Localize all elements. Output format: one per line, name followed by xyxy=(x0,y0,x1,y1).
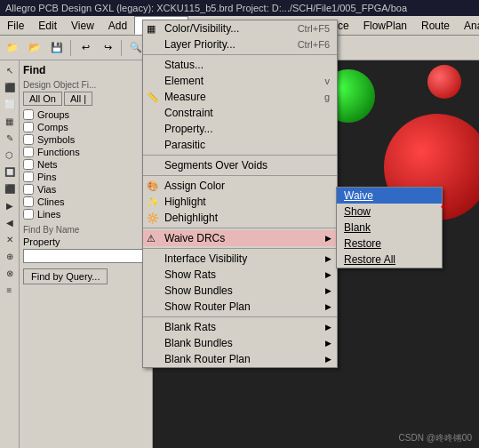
color-label: Color/Visibility... xyxy=(164,22,239,35)
layer-shortcut: Ctrl+F6 xyxy=(298,39,330,50)
checkbox-comps-label: Comps xyxy=(37,122,68,132)
toolbar-redo[interactable]: ↪ xyxy=(97,38,118,58)
display-menu-blank-rats[interactable]: Blank Rats xyxy=(143,319,337,335)
title-bar: Allegro PCB Design GXL (legacy): XCKU115… xyxy=(0,0,479,16)
checkbox-lines: Lines xyxy=(23,209,148,220)
sep3 xyxy=(143,175,337,176)
left-btn-11[interactable]: ✕ xyxy=(2,231,18,247)
waive-option-restore-all[interactable]: Restore All xyxy=(337,252,442,268)
display-menu-assign-color[interactable]: 🎨 Assign Color xyxy=(143,178,337,194)
toolbar-open[interactable]: 📂 xyxy=(24,38,45,58)
show-router-label: Show Router Plan xyxy=(164,300,251,313)
checkbox-clines-input[interactable] xyxy=(23,196,34,207)
display-menu-parasitic[interactable]: Parasitic xyxy=(143,137,337,153)
display-menu-blank-router[interactable]: Blank Router Plan xyxy=(143,351,337,367)
blank-rats-label: Blank Rats xyxy=(164,321,216,333)
menu-add[interactable]: Add xyxy=(101,16,134,35)
waive-drcs-label: Waive DRCs xyxy=(164,232,225,244)
left-btn-1[interactable]: ↖ xyxy=(2,62,18,78)
find-name-input[interactable] xyxy=(23,249,148,263)
checkbox-functions-input[interactable] xyxy=(23,147,34,157)
element-label: Element xyxy=(164,75,204,87)
checkbox-pins: Pins xyxy=(23,172,148,182)
waive-option-blank[interactable]: Blank xyxy=(337,220,442,236)
display-menu-dehighlight[interactable]: 🔆 Dehighlight xyxy=(143,210,337,226)
checkbox-symbols-input[interactable] xyxy=(23,134,34,145)
constraint-label: Constraint xyxy=(164,107,213,119)
find-query-button[interactable]: Find by Query... xyxy=(23,268,108,284)
left-btn-4[interactable]: ▦ xyxy=(2,113,18,129)
checkbox-comps-input[interactable] xyxy=(23,122,34,132)
checkbox-groups-input[interactable] xyxy=(23,109,34,120)
toolbar-save[interactable]: 💾 xyxy=(46,38,68,58)
waive-option-waive[interactable]: Waive xyxy=(337,188,442,204)
menu-view[interactable]: View xyxy=(64,16,101,35)
waive-submenu[interactable]: Waive Show Blank Restore Restore All xyxy=(336,187,443,268)
checkbox-groups: Groups xyxy=(23,109,148,120)
display-menu[interactable]: ▦ Color/Visibility... Ctrl+F5 Layer Prio… xyxy=(142,20,338,368)
display-menu-layer[interactable]: Layer Priority... Ctrl+F6 xyxy=(143,36,337,52)
left-btn-3[interactable]: ⬜ xyxy=(2,96,18,112)
checkbox-pins-label: Pins xyxy=(37,172,56,182)
left-btn-13[interactable]: ⊗ xyxy=(2,265,18,281)
find-all-off-button[interactable]: All | xyxy=(64,92,92,106)
display-menu-property[interactable]: Property... xyxy=(143,121,337,137)
waive-restore-all-label: Restore All xyxy=(344,253,395,266)
display-menu-element[interactable]: Element v xyxy=(143,73,337,89)
left-btn-14[interactable]: ≡ xyxy=(2,282,18,298)
display-menu-highlight[interactable]: ✨ Highlight xyxy=(143,194,337,210)
menu-edit[interactable]: Edit xyxy=(31,16,64,35)
element-shortcut: v xyxy=(325,76,331,86)
find-all-on-button[interactable]: All On xyxy=(23,92,62,106)
left-btn-7[interactable]: 🔲 xyxy=(2,164,18,180)
waive-option-restore[interactable]: Restore xyxy=(337,236,442,252)
checkbox-nets: Nets xyxy=(23,159,148,170)
left-toolbar: ↖ ⬛ ⬜ ▦ ✎ ⬡ 🔲 ⬛ ▶ ◀ ✕ ⊕ ⊗ ≡ xyxy=(0,60,20,448)
waive-icon: ⚠ xyxy=(147,233,156,244)
waive-show-label: Show xyxy=(344,205,371,218)
display-menu-blank-bundles[interactable]: Blank Bundles xyxy=(143,335,337,351)
checkbox-pins-input[interactable] xyxy=(23,172,34,182)
waive-restore-label: Restore xyxy=(344,237,381,250)
menu-file[interactable]: File xyxy=(0,16,31,35)
toolbar-new[interactable]: 📁 xyxy=(2,38,23,58)
interface-label: Interface Visibility xyxy=(164,252,247,265)
display-menu-waive-drcs[interactable]: ⚠ Waive DRCs xyxy=(143,230,337,246)
checkbox-nets-input[interactable] xyxy=(23,159,34,170)
show-rats-label: Show Rats xyxy=(164,268,216,281)
find-panel: Find Design Object Fi... All On All | Gr… xyxy=(20,60,153,448)
menu-analy[interactable]: Analy xyxy=(457,16,479,35)
left-btn-2[interactable]: ⬛ xyxy=(2,79,18,95)
checkbox-lines-input[interactable] xyxy=(23,209,34,220)
left-btn-12[interactable]: ⊕ xyxy=(2,248,18,264)
checkbox-comps: Comps xyxy=(23,122,148,132)
display-menu-show-rats[interactable]: Show Rats xyxy=(143,267,337,283)
highlight-icon: ✨ xyxy=(147,196,159,208)
display-menu-show-router[interactable]: Show Router Plan xyxy=(143,299,337,315)
display-menu-measure[interactable]: 📏 Measure g xyxy=(143,89,337,105)
waive-blank-label: Blank xyxy=(344,221,371,234)
left-btn-10[interactable]: ◀ xyxy=(2,214,18,230)
display-menu-status[interactable]: Status... xyxy=(143,57,337,73)
display-menu-interface[interactable]: Interface Visibility xyxy=(143,251,337,267)
left-btn-5[interactable]: ✎ xyxy=(2,130,18,146)
left-btn-6[interactable]: ⬡ xyxy=(2,147,18,163)
menu-route[interactable]: Route xyxy=(414,16,457,35)
show-bundles-label: Show Bundles xyxy=(164,284,233,297)
display-menu-show-bundles[interactable]: Show Bundles xyxy=(143,283,337,299)
left-btn-9[interactable]: ▶ xyxy=(2,197,18,213)
waive-option-show[interactable]: Show xyxy=(337,204,442,220)
left-btn-8[interactable]: ⬛ xyxy=(2,180,18,196)
display-menu-constraint[interactable]: Constraint xyxy=(143,105,337,121)
layer-label: Layer Priority... xyxy=(164,38,236,51)
display-menu-segments[interactable]: Segments Over Voids xyxy=(143,157,337,173)
checkbox-clines: Clines xyxy=(23,196,148,207)
checkbox-vias-label: Vias xyxy=(37,184,56,195)
toolbar-undo[interactable]: ↩ xyxy=(75,38,96,58)
sep5 xyxy=(143,248,337,249)
checkbox-vias-input[interactable] xyxy=(23,184,34,195)
checkbox-clines-label: Clines xyxy=(37,196,65,207)
menu-flowplan[interactable]: FlowPlan xyxy=(356,16,414,35)
segments-label: Segments Over Voids xyxy=(164,159,267,172)
display-menu-color[interactable]: ▦ Color/Visibility... Ctrl+F5 xyxy=(143,20,337,36)
